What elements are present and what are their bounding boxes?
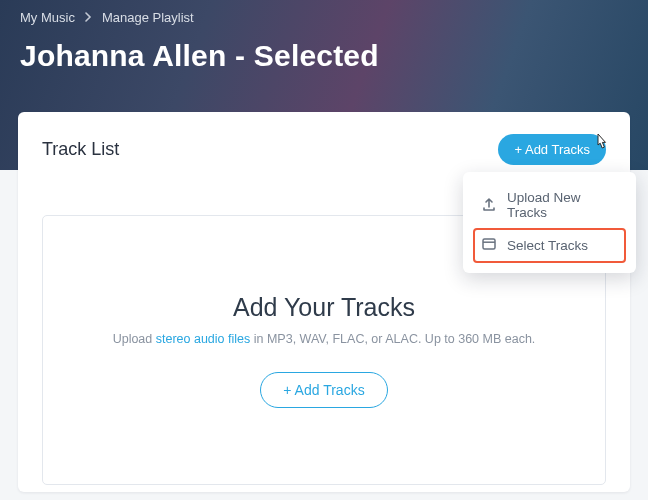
card-header: Track List + Add Tracks xyxy=(42,134,606,165)
add-tracks-dropdown: Upload New Tracks Select Tracks xyxy=(463,172,636,273)
dropdown-upload-new-tracks[interactable]: Upload New Tracks xyxy=(473,182,626,228)
dropzone-subtext: Upload stereo audio files in MP3, WAV, F… xyxy=(113,332,536,346)
card-title: Track List xyxy=(42,139,119,160)
add-tracks-button[interactable]: + Add Tracks xyxy=(498,134,606,165)
dropdown-item-label: Select Tracks xyxy=(507,238,588,253)
breadcrumb-root[interactable]: My Music xyxy=(20,10,75,25)
dropzone-sub-suffix: in MP3, WAV, FLAC, or ALAC. Up to 360 MB… xyxy=(250,332,535,346)
breadcrumb: My Music Manage Playlist xyxy=(20,10,628,25)
dropzone-heading: Add Your Tracks xyxy=(233,293,415,322)
stereo-audio-link[interactable]: stereo audio files xyxy=(156,332,251,346)
browser-window-icon xyxy=(481,236,497,255)
dropdown-select-tracks[interactable]: Select Tracks xyxy=(473,228,626,263)
chevron-right-icon xyxy=(85,10,92,25)
page-title: Johanna Allen - Selected xyxy=(20,39,628,73)
track-list-card: Track List + Add Tracks Upload New Track… xyxy=(18,112,630,492)
dropdown-item-label: Upload New Tracks xyxy=(507,190,618,220)
upload-icon xyxy=(481,196,497,215)
breadcrumb-current: Manage Playlist xyxy=(102,10,194,25)
add-tracks-outline-button[interactable]: + Add Tracks xyxy=(260,372,387,408)
svg-rect-0 xyxy=(483,239,495,249)
dropzone-sub-prefix: Upload xyxy=(113,332,156,346)
